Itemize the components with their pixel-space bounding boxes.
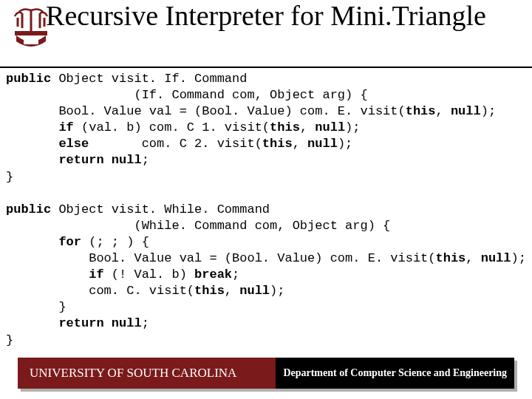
code-text: (val. b) com. C 1. visit(: [74, 120, 270, 134]
kw-if: if: [6, 120, 74, 134]
kw-this: this: [406, 104, 436, 118]
svg-rect-1: [24, 38, 38, 44]
code-text: }: [6, 300, 66, 314]
kw-null: null: [481, 251, 511, 265]
code-text: ,: [466, 251, 480, 265]
code-text: }: [6, 333, 13, 347]
code-text: }: [6, 170, 13, 184]
kw-null: null: [239, 284, 270, 298]
kw-for: for: [6, 235, 81, 249]
code-text: ,: [225, 284, 239, 298]
code-text: (If. Command com, Object arg) {: [6, 88, 368, 102]
slide: Recursive Interpreter for Mini.Triangle …: [0, 0, 532, 399]
code-text: );: [270, 284, 284, 298]
code-block: public Object visit. If. Command (If. Co…: [6, 71, 532, 349]
code-text: (While. Command com, Object arg) {: [6, 219, 390, 233]
code-text: ;: [142, 153, 149, 167]
title-rule: [0, 66, 532, 68]
kw-return-null: return null: [6, 316, 142, 330]
code-text: ;: [232, 267, 239, 282]
kw-public: public: [6, 202, 51, 216]
footer-university: UNIVERSITY OF SOUTH CAROLINA: [18, 358, 276, 389]
code-text: Object visit. While. Command: [51, 202, 270, 216]
kw-this: this: [194, 284, 225, 298]
kw-this: this: [436, 251, 466, 265]
kw-if: if: [6, 267, 104, 282]
kw-null: null: [307, 137, 338, 151]
kw-else: else: [6, 137, 89, 151]
code-text: Bool. Value val = (Bool. Value) com. E. …: [6, 104, 406, 118]
code-text: ,: [436, 104, 451, 118]
svg-rect-0: [15, 31, 47, 35]
code-text: com. C 2. visit(: [89, 137, 262, 151]
kw-this: this: [262, 137, 293, 151]
code-text: (! Val. b): [104, 267, 194, 282]
footer-department: Department of Computer Science and Engin…: [276, 358, 514, 389]
code-text: Object visit. If. Command: [51, 72, 247, 86]
kw-public: public: [6, 72, 51, 86]
kw-null: null: [451, 104, 481, 118]
code-text: ,: [300, 120, 315, 134]
code-text: Bool. Value val = (Bool. Value) com. E. …: [6, 251, 436, 265]
slide-title: Recursive Interpreter for Mini.Triangle: [0, 0, 532, 31]
code-text: ;: [142, 316, 149, 330]
kw-return-null: return null: [6, 153, 142, 167]
code-text: );: [338, 137, 352, 151]
kw-break: break: [194, 267, 232, 282]
kw-this: this: [270, 120, 300, 134]
code-text: (; ; ) {: [81, 235, 149, 249]
kw-null: null: [315, 120, 345, 134]
code-text: ,: [293, 137, 307, 151]
code-text: );: [345, 120, 360, 134]
code-text: com. C. visit(: [6, 284, 194, 298]
footer-bar: UNIVERSITY OF SOUTH CAROLINA Department …: [18, 358, 514, 389]
code-text: );: [481, 104, 496, 118]
code-text: );: [511, 251, 526, 265]
